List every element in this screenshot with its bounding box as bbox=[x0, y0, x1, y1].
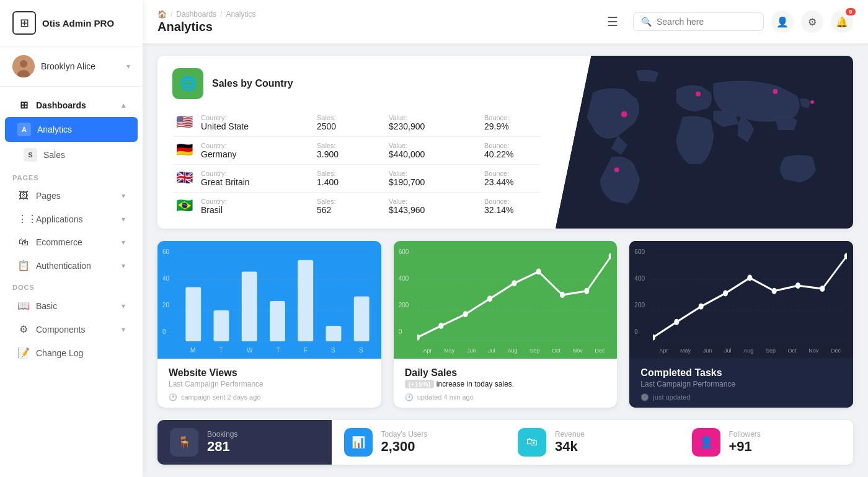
value-col-label: Value: bbox=[389, 114, 462, 121]
stat-value: 281 bbox=[207, 439, 319, 455]
x-label: Sep bbox=[529, 348, 539, 354]
value-amount: $143,960 bbox=[389, 205, 462, 215]
x-label: T bbox=[277, 347, 280, 354]
sidebar-item-authentication[interactable]: 📋 Authentication ▾ bbox=[5, 254, 138, 277]
x-label: Sep bbox=[766, 348, 776, 354]
svg-rect-17 bbox=[298, 260, 313, 341]
header: 🏠 / Dashboards / Analytics Analytics ☰ 🔍… bbox=[143, 0, 868, 43]
bounce-col-label: Bounce: bbox=[484, 114, 537, 121]
svg-point-1 bbox=[20, 60, 27, 68]
sales-value: 1.400 bbox=[317, 177, 366, 187]
bar-chart-svg bbox=[179, 248, 375, 341]
line-chart-svg-dark bbox=[653, 248, 847, 341]
dashboards-icon: ⊞ bbox=[17, 99, 30, 111]
chevron-down-icon: ▾ bbox=[122, 215, 125, 224]
svg-point-41 bbox=[748, 274, 753, 281]
chart-footer: 🕐 campaign sent 2 days ago bbox=[169, 393, 370, 401]
sidebar-item-analytics[interactable]: A Analytics bbox=[5, 117, 138, 142]
value-col-label: Value: bbox=[389, 170, 462, 177]
chevron-down-icon: ▾ bbox=[126, 62, 130, 71]
x-label: Jun bbox=[703, 348, 712, 354]
y-label: 0 bbox=[399, 328, 409, 335]
sales-col-label: Sales: bbox=[317, 170, 366, 177]
stat-value: 34k bbox=[555, 439, 667, 455]
avatar bbox=[12, 55, 35, 77]
pages-section-label: PAGES bbox=[0, 168, 143, 184]
bounce-rate: 32.14% bbox=[484, 205, 537, 215]
y-label: 600 bbox=[634, 248, 645, 255]
app-name: Otis Admin PRO bbox=[42, 18, 114, 28]
search-input[interactable] bbox=[657, 17, 756, 27]
svg-point-31 bbox=[584, 287, 589, 294]
y-label: 60 bbox=[162, 248, 169, 255]
value-amount: $190,700 bbox=[389, 177, 462, 187]
x-label: M bbox=[190, 347, 195, 354]
x-label: May bbox=[680, 348, 691, 354]
logo-icon: ⊞ bbox=[12, 11, 36, 35]
country-name: Germany bbox=[201, 149, 294, 159]
hamburger-button[interactable]: ☰ bbox=[602, 12, 623, 32]
sidebar-item-sales[interactable]: S Sales bbox=[5, 142, 138, 167]
y-label: 400 bbox=[399, 275, 409, 282]
chevron-down-icon: ▾ bbox=[122, 238, 125, 247]
auth-icon: 📋 bbox=[17, 260, 30, 271]
search-box[interactable]: 🔍 bbox=[633, 12, 764, 31]
sidebar-item-ecommerce[interactable]: 🛍 Ecommerce ▾ bbox=[5, 231, 138, 253]
chart-title: Website Views bbox=[169, 367, 370, 379]
x-label: Nov bbox=[573, 348, 583, 354]
svg-rect-18 bbox=[326, 326, 342, 341]
sidebar-item-changelog[interactable]: 📝 Change Log bbox=[5, 341, 138, 364]
x-label: Dec bbox=[595, 348, 604, 354]
country-col-label: Country: bbox=[201, 198, 294, 205]
chevron-up-icon: ▴ bbox=[122, 101, 125, 110]
stat-revenue: 🛍 Revenue 34k bbox=[505, 420, 680, 465]
sidebar-item-basic[interactable]: 📖 Basic ▾ bbox=[5, 294, 138, 317]
chart-lower-dark: Completed Tasks Last Campaign Performanc… bbox=[629, 359, 853, 408]
value-col-label: Value: bbox=[389, 142, 462, 149]
stat-value: +91 bbox=[729, 439, 841, 455]
ecommerce-icon: 🛍 bbox=[17, 237, 30, 248]
stat-label: Revenue bbox=[555, 430, 667, 439]
x-label: May bbox=[444, 348, 454, 354]
svg-rect-19 bbox=[354, 296, 370, 341]
bounce-col-label: Bounce: bbox=[484, 170, 537, 177]
sidebar-logo: ⊞ Otis Admin PRO bbox=[0, 0, 143, 46]
svg-point-39 bbox=[699, 303, 704, 309]
svg-point-38 bbox=[675, 318, 680, 325]
profile-button[interactable]: 👤 bbox=[771, 11, 794, 33]
sales-value: 3.900 bbox=[317, 149, 366, 159]
stat-value: 2,300 bbox=[381, 439, 494, 455]
y-label: 0 bbox=[162, 328, 169, 335]
stat-label: Followers bbox=[729, 430, 841, 439]
sidebar-item-components[interactable]: ⚙ Components ▾ bbox=[5, 318, 138, 341]
sidebar-item-applications[interactable]: ⋮⋮ Applications ▾ bbox=[5, 208, 138, 230]
sales-by-country-card: 🌐 Sales by Country 🇺🇸 Country: United St… bbox=[157, 56, 853, 229]
sidebar-item-dashboards[interactable]: ⊞ Dashboards ▴ bbox=[5, 94, 138, 116]
x-label: T bbox=[219, 347, 223, 354]
sales-value: 562 bbox=[317, 205, 366, 215]
sidebar-user[interactable]: Brooklyn Alice ▾ bbox=[0, 46, 143, 87]
svg-rect-15 bbox=[242, 271, 257, 341]
y-label: 200 bbox=[399, 302, 409, 309]
svg-point-5 bbox=[696, 92, 701, 97]
chevron-down-icon: ▾ bbox=[122, 191, 125, 200]
svg-point-26 bbox=[463, 311, 467, 317]
x-label: F bbox=[304, 347, 308, 354]
svg-point-30 bbox=[560, 292, 565, 298]
sidebar-item-pages[interactable]: 🖼 Pages ▾ bbox=[5, 185, 138, 207]
svg-point-43 bbox=[795, 282, 800, 289]
x-label: Oct bbox=[552, 348, 560, 354]
x-label: Jul bbox=[488, 348, 495, 354]
notifications-button[interactable]: 🔔 9 bbox=[831, 11, 853, 33]
svg-point-8 bbox=[614, 167, 619, 172]
y-label: 20 bbox=[162, 302, 169, 309]
table-row: 🇧🇷 Country: Brasil Sales: 562 Value: $14… bbox=[172, 193, 541, 221]
svg-point-4 bbox=[621, 112, 627, 118]
country-col-label: Country: bbox=[201, 114, 294, 121]
x-label: S bbox=[331, 347, 335, 354]
stat-bookings: 🪑 Bookings 281 bbox=[157, 420, 332, 465]
charts-row: 60 40 20 0 bbox=[157, 241, 853, 408]
x-label: S bbox=[359, 347, 363, 354]
settings-button[interactable]: ⚙ bbox=[801, 11, 823, 33]
breadcrumb-dashboards[interactable]: Dashboards bbox=[176, 10, 216, 19]
